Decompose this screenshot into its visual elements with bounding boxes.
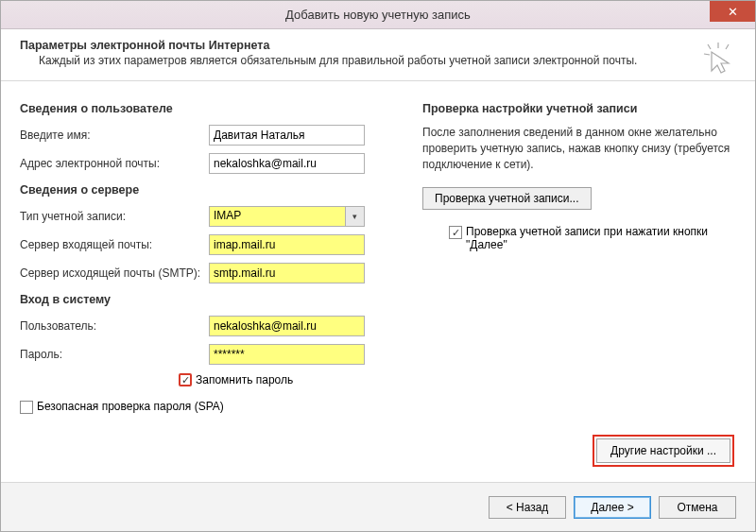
password-input[interactable] xyxy=(209,344,365,365)
server-info-section: Сведения о сервере xyxy=(20,183,388,197)
back-button[interactable]: < Назад xyxy=(489,496,566,519)
next-button[interactable]: Далее > xyxy=(574,496,651,519)
svg-line-0 xyxy=(708,44,711,49)
incoming-server-input[interactable] xyxy=(209,234,365,255)
svg-line-2 xyxy=(726,44,729,49)
name-label: Введите имя: xyxy=(20,129,209,142)
username-input[interactable] xyxy=(209,316,365,336)
remember-password-label: Запомнить пароль xyxy=(196,373,293,386)
chevron-down-icon: ▾ xyxy=(346,206,365,227)
login-section: Вход в систему xyxy=(20,293,388,306)
close-button[interactable]: ✕ xyxy=(710,1,755,22)
username-label: Пользователь: xyxy=(20,319,209,333)
incoming-server-label: Сервер входящей почты: xyxy=(20,238,209,251)
account-type-select[interactable]: IMAP ▾ xyxy=(209,206,365,227)
user-info-section: Сведения о пользователе xyxy=(20,102,388,115)
auto-test-checkbox[interactable] xyxy=(449,226,462,239)
more-settings-button[interactable]: Другие настройки ... xyxy=(596,438,730,463)
password-label: Пароль: xyxy=(20,348,209,361)
footer-bar: < Назад Далее > Отмена xyxy=(1,482,755,531)
title-bar: Добавить новую учетную запись ✕ xyxy=(1,1,755,29)
outgoing-server-label: Сервер исходящей почты (SMTP): xyxy=(20,266,209,280)
account-type-value: IMAP xyxy=(209,206,346,227)
cancel-button[interactable]: Отмена xyxy=(659,496,736,519)
close-icon: ✕ xyxy=(728,5,738,19)
header-subtitle: Каждый из этих параметров является обяза… xyxy=(20,52,736,67)
outgoing-server-input[interactable] xyxy=(209,263,365,283)
email-input[interactable] xyxy=(209,153,365,174)
window-title: Добавить новую учетную запись xyxy=(285,8,471,22)
svg-line-3 xyxy=(704,54,710,55)
spa-checkbox[interactable] xyxy=(20,401,33,414)
cursor-icon xyxy=(702,43,734,75)
header-panel: Параметры электронной почты Интернета Ка… xyxy=(1,29,755,81)
name-input[interactable] xyxy=(209,125,365,146)
dialog-window: Добавить новую учетную запись ✕ Параметр… xyxy=(0,0,756,532)
test-settings-description: После заполнения сведений в данном окне … xyxy=(422,125,736,172)
auto-test-label: Проверка учетной записи при нажатии кноп… xyxy=(466,225,712,251)
test-settings-section: Проверка настройки учетной записи xyxy=(422,102,736,115)
test-account-button[interactable]: Проверка учетной записи... xyxy=(422,187,592,210)
email-label: Адрес электронной почты: xyxy=(20,157,209,170)
header-title: Параметры электронной почты Интернета xyxy=(20,39,736,52)
remember-password-checkbox[interactable] xyxy=(179,373,192,386)
left-column: Сведения о пользователе Введите имя: Адр… xyxy=(20,102,388,472)
spa-label: Безопасная проверка пароля (SPA) xyxy=(37,400,224,413)
content-area: Сведения о пользователе Введите имя: Адр… xyxy=(1,81,755,482)
right-column: Проверка настройки учетной записи После … xyxy=(422,102,736,472)
account-type-label: Тип учетной записи: xyxy=(20,210,209,223)
